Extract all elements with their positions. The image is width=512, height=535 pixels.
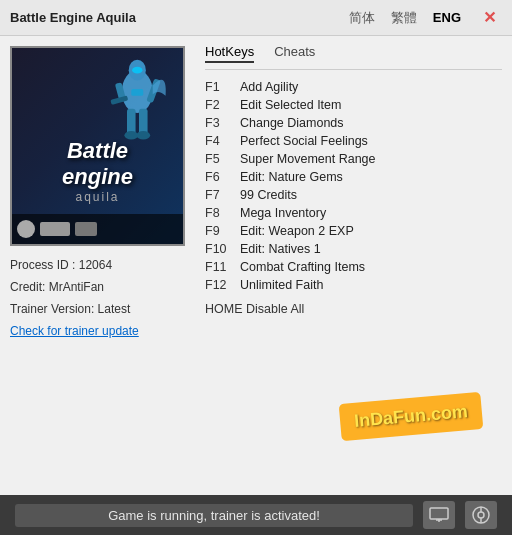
svg-rect-10 — [131, 89, 143, 96]
hotkey-key: F10 — [205, 242, 240, 256]
hotkey-desc: 99 Credits — [240, 188, 297, 202]
svg-rect-7 — [139, 109, 148, 135]
hotkey-key: F6 — [205, 170, 240, 184]
svg-point-9 — [136, 131, 150, 140]
lang-traditional[interactable]: 繁體 — [387, 7, 421, 29]
hotkey-desc: Perfect Social Feelings — [240, 134, 368, 148]
hotkey-row: F5Super Movement Range — [205, 152, 502, 166]
svg-point-2 — [132, 67, 142, 74]
hotkey-desc: Edit: Nature Gems — [240, 170, 343, 184]
hotkey-key: F9 — [205, 224, 240, 238]
hotkey-row: F1Add Agility — [205, 80, 502, 94]
process-id-value: 12064 — [79, 258, 112, 272]
left-panel: Battle engine aquila Process ID : 12064 … — [0, 36, 195, 495]
svg-rect-6 — [127, 109, 136, 135]
trainer-update-link[interactable]: Check for trainer update — [10, 324, 139, 338]
hotkey-row: F9Edit: Weapon 2 EXP — [205, 224, 502, 238]
publisher-icon-2 — [40, 222, 70, 236]
credit-row: Credit: MrAntiFan — [10, 280, 185, 294]
hotkey-desc: Add Agility — [240, 80, 298, 94]
trainer-version-label: Trainer Version: — [10, 302, 94, 316]
hotkey-desc: Mega Inventory — [240, 206, 326, 220]
image-bottom-bar — [12, 214, 183, 244]
publisher-icon-1 — [17, 220, 35, 238]
svg-point-15 — [478, 512, 484, 518]
hotkey-row: F3Change Diamonds — [205, 116, 502, 130]
hotkey-key: F4 — [205, 134, 240, 148]
game-cover-image: Battle engine aquila — [10, 46, 185, 246]
hotkey-key: F2 — [205, 98, 240, 112]
app-title: Battle Engine Aquila — [10, 10, 345, 25]
hotkey-row: F8Mega Inventory — [205, 206, 502, 220]
hotkey-desc: Change Diamonds — [240, 116, 344, 130]
hotkey-row: F799 Credits — [205, 188, 502, 202]
credit-value: MrAntiFan — [49, 280, 104, 294]
monitor-icon[interactable] — [423, 501, 455, 529]
hotkey-row: F2Edit Selected Item — [205, 98, 502, 112]
hotkey-row: F4Perfect Social Feelings — [205, 134, 502, 148]
close-button[interactable]: ✕ — [477, 6, 502, 29]
hotkey-desc: Edit: Natives 1 — [240, 242, 321, 256]
hotkey-desc: Combat Crafting Items — [240, 260, 365, 274]
hotkey-row: F10Edit: Natives 1 — [205, 242, 502, 256]
credit-label: Credit: — [10, 280, 45, 294]
main-content: Battle engine aquila Process ID : 12064 … — [0, 36, 512, 495]
publisher-icon-3 — [75, 222, 97, 236]
tab-hotkeys[interactable]: HotKeys — [205, 44, 254, 63]
hotkey-row: F11Combat Crafting Items — [205, 260, 502, 274]
hotkey-desc: Super Movement Range — [240, 152, 376, 166]
process-id-row: Process ID : 12064 — [10, 258, 185, 272]
tab-cheats[interactable]: Cheats — [274, 44, 315, 63]
game-logo: Battle engine aquila — [62, 138, 133, 204]
tabs-container: HotKeys Cheats — [205, 36, 502, 70]
lang-english[interactable]: ENG — [429, 8, 465, 27]
hotkey-desc: Unlimited Faith — [240, 278, 323, 292]
update-link-row: Check for trainer update — [10, 324, 185, 338]
language-selector: 简体 繁體 ENG ✕ — [345, 6, 502, 29]
hotkeys-list: F1Add AgilityF2Edit Selected ItemF3Chang… — [205, 80, 502, 292]
hotkey-key: F5 — [205, 152, 240, 166]
info-section: Process ID : 12064 Credit: MrAntiFan Tra… — [10, 246, 185, 346]
hotkey-key: F8 — [205, 206, 240, 220]
hotkey-row: F6Edit: Nature Gems — [205, 170, 502, 184]
lang-simplified[interactable]: 简体 — [345, 7, 379, 29]
hotkey-row: F12Unlimited Faith — [205, 278, 502, 292]
hotkey-desc: Edit Selected Item — [240, 98, 341, 112]
trainer-version-value: Latest — [98, 302, 131, 316]
hotkey-key: F1 — [205, 80, 240, 94]
music-icon[interactable] — [465, 501, 497, 529]
title-bar: Battle Engine Aquila 简体 繁體 ENG ✕ — [0, 0, 512, 36]
hotkey-key: F7 — [205, 188, 240, 202]
hotkey-key: F3 — [205, 116, 240, 130]
home-key-row: HOME Disable All — [205, 302, 502, 316]
status-bar: Game is running, trainer is activated! — [0, 495, 512, 535]
home-key: HOME Disable All — [205, 302, 304, 316]
svg-rect-11 — [430, 508, 448, 519]
trainer-version-row: Trainer Version: Latest — [10, 302, 185, 316]
hotkey-key: F11 — [205, 260, 240, 274]
hotkey-key: F12 — [205, 278, 240, 292]
right-panel: HotKeys Cheats F1Add AgilityF2Edit Selec… — [195, 36, 512, 495]
status-message: Game is running, trainer is activated! — [15, 504, 413, 527]
hotkey-desc: Edit: Weapon 2 EXP — [240, 224, 354, 238]
process-id-label: Process ID : — [10, 258, 75, 272]
